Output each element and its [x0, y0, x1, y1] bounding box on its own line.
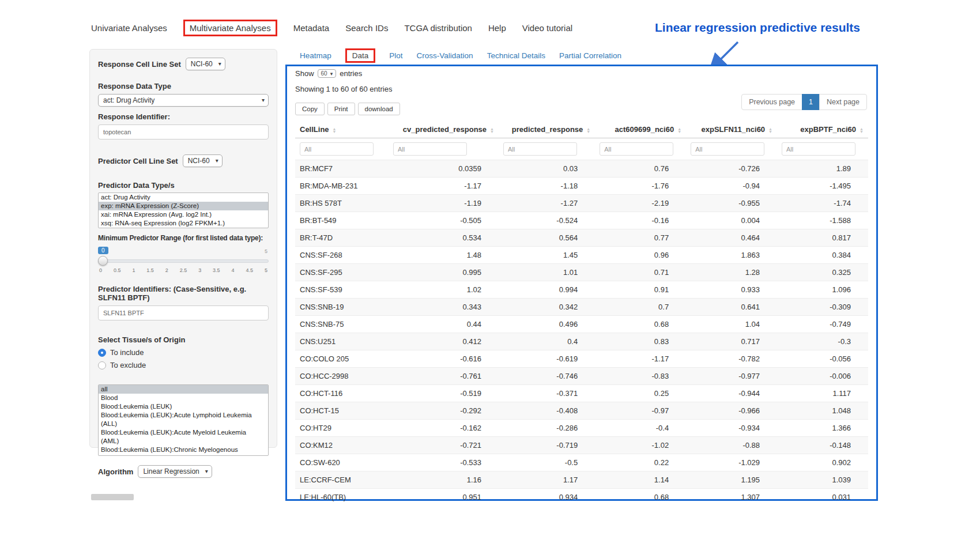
tab-partial-correlation[interactable]: Partial Correlation — [559, 51, 621, 60]
tab-data[interactable]: Data — [345, 48, 376, 63]
algorithm-value: Linear Regression — [143, 467, 199, 475]
tissue-option-blood-leukemia-leuk[interactable]: Blood:Leukemia (LEUK) — [99, 402, 268, 411]
response-data-type-value: act: Drug Activity — [103, 96, 154, 104]
tissue-exclude-radio[interactable]: To exclude — [98, 361, 269, 369]
slider-tick-1-5: 1.5 — [146, 267, 154, 273]
column-header-cv-predicted-response[interactable]: cv_predicted_response▲▼ — [389, 121, 499, 138]
tissue-option-blood-leukemia-leuk-acute-myeloid-leukemia-aml[interactable]: Blood:Leukemia (LEUK):Acute Myeloid Leuk… — [99, 428, 268, 446]
page-1-button[interactable]: 1 — [802, 94, 820, 110]
response-identifier-input[interactable] — [98, 124, 269, 139]
value-cell: 0.902 — [777, 454, 868, 471]
tissue-include-radio[interactable]: To include — [98, 348, 269, 357]
table-row[interactable]: CNS:SNB-750.440.4960.681.04-0.749 — [295, 316, 868, 333]
copy-button[interactable]: Copy — [295, 103, 325, 115]
nav-item-tcga-distribution[interactable]: TCGA distribution — [404, 23, 472, 33]
entries-count-select[interactable]: 60 ▾ — [318, 69, 337, 78]
cell-line-name: CO:HCT-15 — [295, 402, 389, 420]
response-data-type-select[interactable]: act: Drug Activity ▾ — [98, 94, 269, 107]
sort-icon[interactable]: ▲▼ — [333, 127, 337, 133]
table-row[interactable]: BR:HS 578T-1.19-1.27-2.19-0.955-1.74 — [295, 195, 868, 212]
tab-heatmap[interactable]: Heatmap — [300, 51, 331, 60]
value-cell: 0.496 — [499, 316, 595, 333]
filter-input-expslfn11-nci60[interactable] — [691, 142, 764, 156]
data-type-option-exp-mrna-expression-z-score[interactable]: exp: mRNA Expression (Z-Score) — [99, 202, 268, 210]
value-cell: 1.307 — [686, 489, 777, 506]
value-cell: 0.96 — [595, 247, 686, 264]
slider-track[interactable] — [98, 259, 269, 263]
table-row[interactable]: BR:BT-549-0.505-0.524-0.160.004-1.588 — [295, 212, 868, 229]
slider-tick-0-5: 0.5 — [114, 267, 121, 273]
table-row[interactable]: LE:CCRF-CEM1.161.171.141.1951.039 — [295, 471, 868, 489]
table-row[interactable]: CO:KM12-0.721-0.719-1.02-0.88-0.148 — [295, 437, 868, 454]
algorithm-select[interactable]: Linear Regression ▾ — [138, 465, 212, 478]
tissue-option-blood-leukemia-leuk-acute-lymphoid-leukemia-all[interactable]: Blood:Leukemia (LEUK):Acute Lymphoid Leu… — [99, 411, 268, 428]
filter-input-expbptf-nci60[interactable] — [782, 142, 855, 156]
data-type-option-act-drug-activity[interactable]: act: Drug Activity — [99, 193, 268, 202]
value-cell: 1.048 — [777, 402, 868, 420]
nav-item-metadata[interactable]: Metadata — [293, 23, 330, 33]
data-type-option-xsq-rna-seq-expression-log2-fpkm-1[interactable]: xsq: RNA-seq Expression (log2 FPKM+1.) — [99, 219, 268, 228]
table-row[interactable]: CO:COLO 205-0.616-0.619-1.17-0.782-0.056 — [295, 350, 868, 368]
table-row[interactable]: BR:T-47D0.5340.5640.770.4640.817 — [295, 229, 868, 247]
table-row[interactable]: CO:SW-620-0.533-0.50.22-1.0290.902 — [295, 454, 868, 471]
nav-item-multivariate-analyses[interactable]: Multivariate Analyses — [183, 20, 277, 36]
table-row[interactable]: CO:HCT-116-0.519-0.3710.25-0.9441.117 — [295, 385, 868, 402]
value-cell: 0.817 — [777, 229, 868, 247]
predictor-identifiers-input[interactable] — [98, 305, 269, 320]
value-cell: 0.325 — [777, 264, 868, 281]
column-label: expSLFN11_nci60 — [702, 125, 766, 134]
sort-icon[interactable]: ▲▼ — [860, 127, 864, 133]
nav-item-help[interactable]: Help — [488, 23, 506, 33]
tab-cross-validation[interactable]: Cross-Validation — [417, 51, 473, 60]
sort-icon[interactable]: ▲▼ — [586, 127, 590, 133]
column-header-act609699-nci60[interactable]: act609699_nci60▲▼ — [595, 121, 686, 138]
sort-icon[interactable]: ▲▼ — [768, 127, 772, 133]
table-row[interactable]: CO:HCT-15-0.292-0.408-0.97-0.9661.048 — [295, 402, 868, 420]
predictor-cell-line-set-select[interactable]: NCI-60 ▾ — [183, 154, 223, 167]
value-cell: 1.02 — [389, 281, 499, 299]
cell-line-name: CO:HT29 — [295, 420, 389, 437]
column-header-cellline[interactable]: CellLine▲▼ — [295, 121, 389, 138]
filter-input-cellline[interactable] — [300, 142, 374, 156]
filter-input-predicted-response[interactable] — [503, 142, 577, 156]
table-row[interactable]: BR:MDA-MB-231-1.17-1.18-1.76-0.94-1.495 — [295, 178, 868, 195]
table-row[interactable]: LE:HL-60(TB)0.9510.9340.681.3070.031 — [295, 489, 868, 506]
filter-input-cv-predicted-response[interactable] — [393, 142, 467, 156]
tab-technical-details[interactable]: Technical Details — [487, 51, 545, 60]
filter-input-act609699-nci60[interactable] — [600, 142, 673, 156]
next-page-button[interactable]: Next page — [819, 94, 867, 110]
column-header-predicted-response[interactable]: predicted_response▲▼ — [499, 121, 595, 138]
table-row[interactable]: CNS:U2510.4120.40.830.717-0.3 — [295, 333, 868, 350]
sort-icon[interactable]: ▲▼ — [490, 127, 494, 133]
response-cell-line-set-select[interactable]: NCI-60 ▾ — [186, 58, 225, 70]
value-cell: -0.292 — [389, 402, 499, 420]
table-row[interactable]: BR:MCF70.03590.030.76-0.7261.89 — [295, 160, 868, 178]
tab-plot[interactable]: Plot — [389, 51, 402, 60]
data-type-option-xai-mrna-expression-avg-log2-int[interactable]: xai: mRNA Expression (Avg. log2 Int.) — [99, 210, 268, 219]
tissue-option-all[interactable]: all — [99, 385, 268, 394]
min-predictor-range-slider[interactable]: 0 5 00.511.522.533.544.55 — [98, 247, 269, 277]
nav-item-univariate-analyses[interactable]: Univariate Analyses — [91, 23, 167, 33]
table-row[interactable]: CO:HT29-0.162-0.286-0.4-0.9341.366 — [295, 420, 868, 437]
table-row[interactable]: CO:HCC-2998-0.761-0.746-0.83-0.977-0.006 — [295, 368, 868, 385]
download-button[interactable]: download — [358, 103, 400, 115]
value-cell: 1.096 — [777, 281, 868, 299]
column-header-expbptf-nci60[interactable]: expBPTF_nci60▲▼ — [777, 121, 868, 138]
tissue-option-blood-leukemia-leuk-chronic-myelogenous-leukemia-cml[interactable]: Blood:Leukemia (LEUK):Chronic Myelogenou… — [99, 446, 268, 456]
slider-tick-2: 2 — [165, 267, 168, 273]
table-row[interactable]: CNS:SF-5391.020.9940.910.9331.096 — [295, 281, 868, 299]
main-tabs: HeatmapDataPlotCross-ValidationTechnical… — [300, 48, 621, 63]
print-button[interactable]: Print — [327, 103, 355, 115]
nav-item-search-ids[interactable]: Search IDs — [345, 23, 388, 33]
table-row[interactable]: CNS:SNB-190.3430.3420.70.641-0.309 — [295, 299, 868, 316]
column-header-expslfn11-nci60[interactable]: expSLFN11_nci60▲▼ — [686, 121, 777, 138]
sort-icon[interactable]: ▲▼ — [677, 127, 681, 133]
tissue-option-blood[interactable]: Blood — [99, 394, 268, 402]
table-row[interactable]: CNS:SF-2681.481.450.961.8630.384 — [295, 247, 868, 264]
value-cell: 0.951 — [389, 489, 499, 506]
value-cell: -1.17 — [595, 350, 686, 368]
slider-handle[interactable] — [98, 256, 108, 266]
table-row[interactable]: CNS:SF-2950.9951.010.711.280.325 — [295, 264, 868, 281]
nav-item-video-tutorial[interactable]: Video tutorial — [522, 23, 572, 33]
previous-page-button[interactable]: Previous page — [741, 94, 802, 110]
